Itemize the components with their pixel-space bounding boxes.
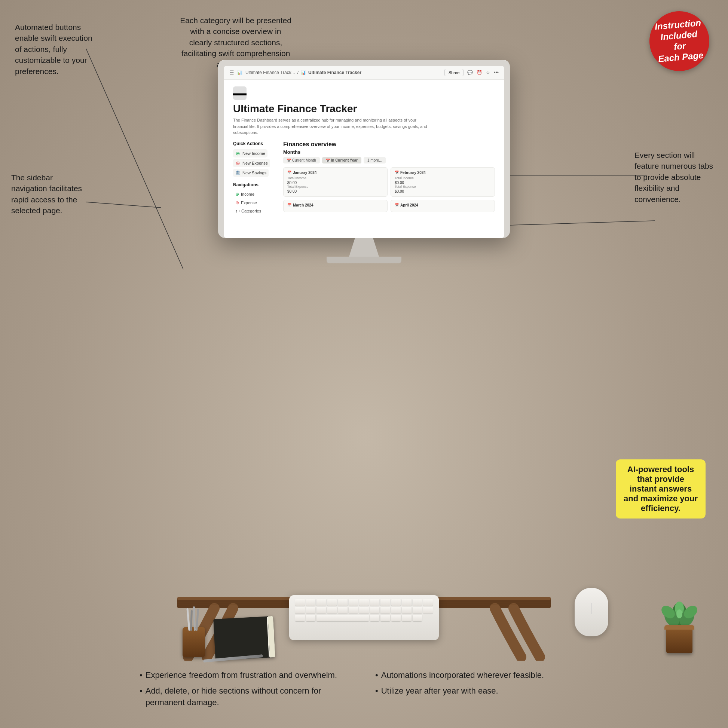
key xyxy=(295,615,305,621)
calendar-icon-apr: 📅 xyxy=(395,203,399,207)
navigations-section: Navigations ⊕ Income ⊕ Expense xyxy=(233,182,274,214)
key xyxy=(295,607,305,613)
keyboard[interactable] xyxy=(289,595,439,640)
bullet-dot-2: • xyxy=(139,685,142,697)
key xyxy=(338,599,347,606)
january-title: 📅 January 2024 xyxy=(287,171,384,175)
new-income-button[interactable]: ⊕ New Income xyxy=(233,149,268,158)
new-expense-label: New Expense xyxy=(242,161,268,165)
key xyxy=(381,607,390,613)
key xyxy=(359,599,369,606)
month-card-february: 📅 February 2024 Total Income $0.00 Total… xyxy=(390,167,495,197)
annotation-tabs: Every section will feature numerous tabs… xyxy=(635,150,717,205)
comment-icon[interactable]: 💬 xyxy=(467,70,473,75)
new-savings-icon: 🏦 xyxy=(235,170,240,176)
january-expense-value: $0.00 xyxy=(287,189,384,193)
breadcrumb: Ultimate Finance Track... / 📊 Ultimate F… xyxy=(245,70,442,75)
plant-pot xyxy=(666,625,693,653)
new-savings-button[interactable]: 🏦 New Savings xyxy=(233,169,269,177)
more-icon[interactable]: ••• xyxy=(494,70,499,75)
calendar-icon-feb: 📅 xyxy=(395,171,399,174)
key xyxy=(295,599,305,606)
mouse[interactable] xyxy=(575,588,608,636)
key xyxy=(391,607,401,613)
page-icon-small: 📊 xyxy=(237,70,242,75)
key xyxy=(370,615,380,621)
key xyxy=(402,615,411,621)
plant-container xyxy=(661,586,698,653)
top-right-actions: Share 💬 ⏰ ☆ ••• xyxy=(444,69,499,76)
notion-content: ▬▬ Ultimate Finance Tracker The Finance … xyxy=(224,80,504,237)
key xyxy=(370,599,380,606)
month-card-march: 📅 March 2024 xyxy=(283,200,388,212)
new-expense-icon: ⊕ xyxy=(235,161,240,166)
nav-income[interactable]: ⊕ Income xyxy=(233,190,274,198)
april-title: 📅 April 2024 xyxy=(395,203,491,207)
monitor-base xyxy=(327,257,401,263)
quick-actions-title: Quick Actions xyxy=(233,141,274,146)
february-income-value: $0.00 xyxy=(395,181,491,185)
left-column: Quick Actions ⊕ New Income ⊕ New Expense xyxy=(233,141,274,216)
months-title: Months xyxy=(283,149,495,155)
key xyxy=(413,599,422,606)
key xyxy=(349,599,358,606)
monitor: ☰ 📊 Ultimate Finance Track... / 📊 Ultima… xyxy=(218,60,510,263)
plant-pot-top xyxy=(664,625,694,630)
january-income-value: $0.00 xyxy=(287,181,384,185)
key xyxy=(381,615,390,621)
key xyxy=(413,615,422,621)
calendar-icon-jan: 📅 xyxy=(287,171,291,174)
new-income-icon: ⊕ xyxy=(235,151,240,156)
expense-nav-icon: ⊕ xyxy=(235,200,239,205)
key xyxy=(391,615,401,621)
page-icon: ▬▬ xyxy=(233,86,246,100)
income-nav-icon: ⊕ xyxy=(235,191,239,197)
categories-nav-label: Categories xyxy=(241,209,261,213)
key xyxy=(327,607,337,613)
tab-current-month[interactable]: 📅 Current Month xyxy=(283,157,320,164)
monitor-frame: ☰ 📊 Ultimate Finance Track... / 📊 Ultima… xyxy=(218,60,510,238)
february-title: 📅 February 2024 xyxy=(395,171,491,175)
key xyxy=(338,607,347,613)
february-income-label: Total Income xyxy=(395,176,491,180)
clock-icon[interactable]: ⏰ xyxy=(477,70,482,75)
finances-overview-title: Finances overview xyxy=(283,141,495,148)
key xyxy=(306,615,316,621)
key xyxy=(349,607,358,613)
key xyxy=(402,607,411,613)
bullet-item-4: • Utilize year after year with ease. xyxy=(375,685,589,697)
bullet-item-2: • Add, delete, or hide sections without … xyxy=(139,685,353,708)
annotation-sidebar: The sidebar navigation facilitates rapid… xyxy=(11,172,86,216)
month-grid: 📅 January 2024 Total Income $0.00 Total … xyxy=(283,167,495,212)
finances-overview-section: Finances overview Months 📅 Current Month… xyxy=(283,141,495,216)
bullet-col-right: • Automations incorporated wherever feas… xyxy=(375,670,589,713)
key xyxy=(391,599,401,606)
new-expense-button[interactable]: ⊕ New Expense xyxy=(233,159,270,167)
breadcrumb-separator: / xyxy=(297,70,298,75)
new-income-label: New Income xyxy=(242,151,265,156)
star-icon[interactable]: ☆ xyxy=(486,70,490,75)
spacebar-key xyxy=(317,615,369,621)
share-button[interactable]: Share xyxy=(444,69,463,76)
notebook xyxy=(213,616,275,660)
key xyxy=(381,599,390,606)
pen-holder-cup xyxy=(182,627,205,657)
key xyxy=(370,607,380,613)
monitor-screen: ☰ 📊 Ultimate Finance Track... / 📊 Ultima… xyxy=(224,66,504,238)
key xyxy=(402,599,411,606)
nav-categories[interactable]: 🏷 Categories xyxy=(233,208,274,214)
two-column-layout: Quick Actions ⊕ New Income ⊕ New Expense xyxy=(233,141,495,216)
key xyxy=(413,607,422,613)
tab-current-year[interactable]: 📅 In Current Year xyxy=(322,157,361,164)
monitor-neck xyxy=(349,238,379,257)
nav-expense[interactable]: ⊕ Expense xyxy=(233,199,274,206)
expense-nav-label: Expense xyxy=(241,200,257,205)
key xyxy=(423,607,433,613)
plant-svg xyxy=(661,592,698,629)
january-expense-label: Total Expense xyxy=(287,185,384,188)
ai-badge-container: AI-powered tools that provide instant an… xyxy=(616,459,705,518)
months-tabs: 📅 Current Month 📅 In Current Year 1 more… xyxy=(283,157,495,164)
page-title: Ultimate Finance Tracker xyxy=(233,103,495,115)
hamburger-icon[interactable]: ☰ xyxy=(229,70,234,76)
tab-more[interactable]: 1 more... xyxy=(364,157,386,164)
